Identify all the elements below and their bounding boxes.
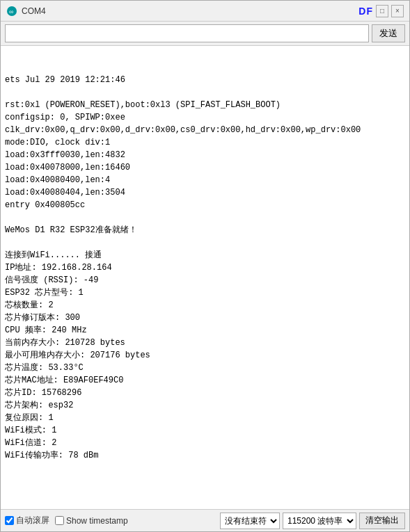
console-line: 芯片ID: 15768296 [5, 387, 405, 399]
title-bar: ∞ COM4 DF □ × [1, 1, 409, 22]
main-window: ∞ COM4 DF □ × 发送 ets Jul 29 2019 12:21:4… [0, 0, 410, 532]
console-line: WiFi传输功率: 78 dBm [5, 449, 405, 462]
console-output: ets Jul 29 2019 12:21:46 rst:0xl (POWERO… [1, 46, 409, 509]
status-bar: 自动滚屏 Show timestamp 没有结束符换行符回车符换行并回车 960… [1, 509, 409, 531]
console-line: ESP32 芯片型号: 1 [5, 287, 405, 299]
input-row: 发送 [1, 22, 409, 46]
console-line [5, 86, 405, 99]
window-title: COM4 [22, 6, 46, 16]
console-line: load:0x40080404,len:3504 [5, 186, 405, 199]
svg-text:∞: ∞ [9, 8, 13, 15]
console-line: 芯片MAC地址: E89AF0EF49C0 [5, 374, 405, 387]
console-line: 信号强度 (RSSI): -49 [5, 274, 405, 287]
autoscroll-label[interactable]: 自动滚屏 [5, 515, 49, 526]
status-right: 没有结束符换行符回车符换行并回车 9600 波特率115200 波特率57600… [220, 513, 405, 529]
clear-output-button[interactable]: 清空输出 [359, 513, 405, 529]
console-line: 芯片温度: 53.33°C [5, 362, 405, 374]
status-left: 自动滚屏 Show timestamp [5, 515, 214, 526]
console-line: load:0x40078000,len:16460 [5, 161, 405, 174]
timestamp-text: Show timestamp [66, 516, 128, 526]
console-line: 芯核数量: 2 [5, 299, 405, 312]
console-line: configsip: 0, SPIWP:0xee [5, 111, 405, 124]
df-label: DF [358, 6, 373, 17]
title-bar-right: DF □ × [358, 5, 404, 17]
console-line [5, 236, 405, 249]
restore-button[interactable]: □ [376, 5, 388, 17]
console-line: 芯片修订版本: 300 [5, 312, 405, 324]
console-line: IP地址: 192.168.28.164 [5, 261, 405, 274]
app-icon: ∞ [6, 6, 17, 17]
console-line: entry 0x400805cc [5, 199, 405, 211]
autoscroll-text: 自动滚屏 [16, 515, 49, 526]
console-line: mode:DIO, clock div:1 [5, 136, 405, 149]
console-line: WiFi信道: 2 [5, 437, 405, 449]
autoscroll-checkbox[interactable] [5, 516, 14, 525]
console-line [5, 211, 405, 224]
baud-rate-select[interactable]: 9600 波特率115200 波特率57600 波特率 [283, 513, 356, 529]
console-line: clk_drv:0x00,q_drv:0x00,d_drv:0x00,cs0_d… [5, 124, 405, 136]
console-line: load:0x40080400,len:4 [5, 174, 405, 186]
console-line: CPU 频率: 240 MHz [5, 324, 405, 337]
send-button[interactable]: 发送 [372, 24, 405, 42]
console-line: 芯片架构: esp32 [5, 399, 405, 412]
timestamp-checkbox[interactable] [55, 516, 64, 525]
close-button[interactable]: × [391, 5, 404, 17]
console-line: WiFi模式: 1 [5, 424, 405, 437]
send-input[interactable] [5, 24, 369, 42]
console-line: ets Jul 29 2019 12:21:46 [5, 74, 405, 86]
line-ending-select[interactable]: 没有结束符换行符回车符换行并回车 [220, 513, 280, 529]
console-line: WeMos D1 R32 ESP32准备就绪！ [5, 224, 405, 236]
console-line: 复位原因: 1 [5, 412, 405, 424]
console-line: load:0x3fff0030,len:4832 [5, 149, 405, 161]
console-line: 最小可用堆内存大小: 207176 bytes [5, 349, 405, 362]
console-line: 当前内存大小: 210728 bytes [5, 337, 405, 349]
console-line: 连接到WiFi...... 接通 [5, 249, 405, 261]
console-line: rst:0xl (POWERON_RESET),boot:0xl3 (SPI_F… [5, 99, 405, 111]
title-bar-left: ∞ COM4 [6, 6, 46, 17]
timestamp-label[interactable]: Show timestamp [55, 516, 128, 526]
